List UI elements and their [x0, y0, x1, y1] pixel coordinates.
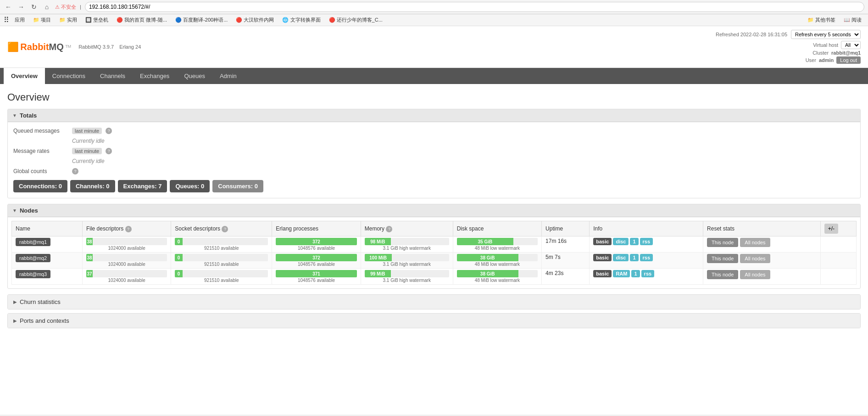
info-cell: basicdisc1rss	[590, 253, 703, 269]
disk-progress-container: 38 GiB 48 MiB low watermark	[457, 270, 538, 283]
connections-counter[interactable]: Connections: 0	[13, 180, 67, 192]
disk-watermark: 48 MiB low watermark	[457, 278, 538, 283]
nodes-table-header-row: Name File descriptors ? Socket descripto…	[12, 221, 857, 236]
churn-statistics-header[interactable]: ▶ Churn statistics	[8, 295, 860, 309]
nodes-table-body: rabbit@mq1 38 1024000 available 0 921510…	[12, 236, 857, 285]
totals-header[interactable]: ▼ Totals	[8, 109, 860, 122]
erlang-progress-bar: 372	[276, 238, 356, 245]
file-help-icon[interactable]: ?	[125, 226, 132, 232]
cluster-row: Cluster rabbit@mq1	[812, 50, 861, 56]
queued-messages-label: Queued messages	[13, 128, 68, 134]
badge-RAM[interactable]: RAM	[613, 270, 630, 277]
exchanges-counter[interactable]: Exchanges: 7	[118, 180, 167, 192]
node-name-cell: rabbit@mq1	[12, 236, 83, 253]
bookmark-baidu[interactable]: 🔵 百度翻译-200种语...	[172, 16, 230, 24]
socket-progress-bar: 0	[175, 254, 182, 261]
back-button[interactable]: ←	[4, 2, 13, 11]
badge-1[interactable]: 1	[631, 270, 640, 277]
node-name-button[interactable]: rabbit@mq2	[16, 254, 50, 262]
badge-disc[interactable]: disc	[613, 254, 629, 261]
bookmark-convert[interactable]: 🌐 文字转换界面	[279, 16, 323, 24]
bookmark-weibo[interactable]: 🔴 我的首页 微博-随...	[114, 16, 170, 24]
badge-rss[interactable]: rss	[640, 238, 653, 245]
reload-button[interactable]: ↻	[29, 2, 39, 11]
queued-help-icon[interactable]: ?	[106, 128, 112, 134]
home-button[interactable]: ⌂	[42, 2, 51, 11]
this-node-button[interactable]: This node	[707, 254, 738, 263]
badge-1[interactable]: 1	[630, 238, 638, 245]
node-name-button[interactable]: rabbit@mq1	[16, 238, 50, 246]
vhost-select[interactable]: All	[841, 41, 861, 49]
bookmark-apps[interactable]: 应用	[12, 16, 28, 24]
this-node-button[interactable]: This node	[707, 238, 738, 247]
tab-channels[interactable]: Channels	[93, 68, 133, 84]
bookmark-blog[interactable]: 🔴 还行少年的博客_C...	[326, 16, 385, 24]
bookmark-other[interactable]: 📁 其他书签	[805, 16, 838, 24]
all-nodes-button[interactable]: All nodes	[740, 238, 770, 247]
erlang-progress-wrap: 372	[276, 254, 356, 261]
bookmarks-bar: ⠿ 应用 📁 项目 📁 实用 🔲 堡垒机 🔴 我的首页 微博-随... 🔵 百度…	[0, 14, 868, 26]
forward-button[interactable]: →	[17, 2, 26, 11]
badge-basic[interactable]: basic	[593, 270, 612, 277]
bookmark-dahan[interactable]: 🔴 大汉软件内网	[233, 16, 277, 24]
ports-contexts-header[interactable]: ▶ Ports and contexts	[8, 314, 860, 328]
reset-stats-buttons: This node All nodes	[707, 254, 817, 263]
tab-admin[interactable]: Admin	[212, 68, 244, 84]
churn-statistics-label: Churn statistics	[20, 298, 61, 305]
consumers-counter[interactable]: Consumers: 0	[212, 180, 263, 192]
counter-buttons: Connections: 0 Channels: 0 Exchanges: 7 …	[13, 180, 855, 192]
badge-rss[interactable]: rss	[640, 254, 653, 261]
nodes-header[interactable]: ▼ Nodes	[8, 204, 860, 217]
erlang-processes-cell: 372 1048576 available	[272, 253, 361, 269]
ports-contexts-label: Ports and contexts	[20, 317, 69, 324]
node-name-button[interactable]: rabbit@mq3	[16, 270, 50, 278]
memory-help-icon[interactable]: ?	[386, 226, 392, 232]
queues-counter[interactable]: Queues: 0	[170, 180, 210, 192]
erlang-available: 1048576 available	[276, 246, 356, 251]
disk-progress-bar: 38 GiB	[457, 254, 518, 261]
socket-help-icon[interactable]: ?	[222, 226, 228, 232]
logo-icon: 🟧	[7, 42, 19, 52]
channels-counter[interactable]: Channels: 0	[70, 180, 115, 192]
message-rates-idle-text: Currently idle	[72, 158, 105, 164]
socket-progress-container: 0 921510 available	[175, 254, 268, 267]
refresh-select[interactable]: Refresh every 5 seconds	[791, 30, 861, 39]
badge-rss[interactable]: rss	[641, 270, 655, 277]
bookmark-read[interactable]: 📖 阅读	[841, 16, 864, 24]
address-bar[interactable]	[85, 2, 864, 12]
nodes-arrow: ▼	[12, 208, 17, 213]
file-available: 1024000 available	[86, 246, 167, 251]
info-badges-container: basicdisc1rss	[593, 254, 699, 261]
tab-queues[interactable]: Queues	[177, 68, 212, 84]
socket-available: 921510 available	[175, 246, 268, 251]
this-node-button[interactable]: This node	[707, 270, 738, 279]
bookmark-fortress[interactable]: 🔲 堡垒机	[83, 16, 111, 24]
badge-disc[interactable]: disc	[613, 238, 629, 245]
version-info: RabbitMQ 3.9.7 Erlang 24	[78, 44, 141, 50]
badge-basic[interactable]: basic	[593, 254, 612, 261]
all-nodes-button[interactable]: All nodes	[740, 270, 770, 279]
tab-exchanges[interactable]: Exchanges	[133, 68, 177, 84]
all-nodes-button[interactable]: All nodes	[740, 254, 770, 263]
bookmark-practical[interactable]: 📁 实用	[56, 16, 80, 24]
file-progress-bar: 38	[86, 238, 93, 245]
disk-progress-wrap: 38 GiB	[457, 254, 538, 261]
socket-progress-bar: 0	[175, 270, 182, 277]
tab-connections[interactable]: Connections	[45, 68, 93, 84]
global-counts-help-icon[interactable]: ?	[72, 168, 78, 174]
badge-basic[interactable]: basic	[593, 238, 612, 245]
memory-progress-bar: 100 MiB	[365, 254, 392, 261]
memory-progress-bar: 99 MiB	[365, 270, 391, 277]
file-progress-bar: 37	[86, 270, 93, 277]
ports-arrow: ▶	[13, 318, 17, 323]
message-rates-help-icon[interactable]: ?	[106, 148, 112, 154]
badge-1[interactable]: 1	[630, 254, 638, 261]
queued-messages-badge[interactable]: last minute	[72, 128, 102, 134]
plus-minus-button[interactable]: +/-	[824, 224, 838, 234]
logout-button[interactable]: Log out	[836, 56, 861, 64]
uptime-cell: 5m 7s	[542, 253, 590, 269]
bookmark-projects[interactable]: 📁 项目	[30, 16, 54, 24]
erlang-progress-container: 372 1048576 available	[276, 238, 356, 251]
message-rates-badge[interactable]: last minute	[72, 148, 102, 154]
tab-overview[interactable]: Overview	[4, 68, 45, 84]
